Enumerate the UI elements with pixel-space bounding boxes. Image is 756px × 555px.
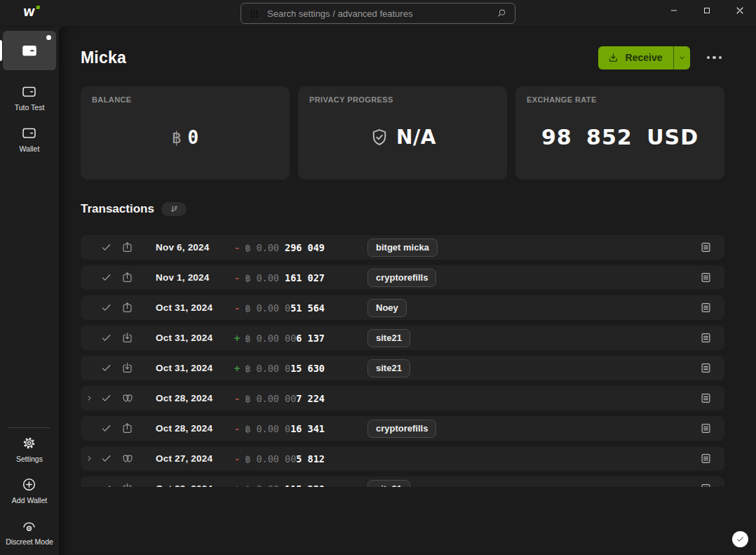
shield-check-icon <box>369 127 390 148</box>
sort-descending-icon <box>169 204 179 214</box>
transaction-details-button[interactable] <box>695 267 716 288</box>
receive-split-button[interactable]: Receive <box>598 46 690 69</box>
transaction-date: Oct 31, 2024 <box>156 302 234 313</box>
amount-sign: - <box>234 423 240 434</box>
details-doc-icon <box>699 392 713 405</box>
close-button[interactable] <box>723 0 756 21</box>
transaction-date: Oct 23, 2024 <box>156 483 234 487</box>
chevron-down-icon <box>677 53 687 62</box>
amount-sign: + <box>234 363 240 374</box>
amount-dim-part: ฿ 0.00 00 <box>245 333 296 344</box>
transaction-row[interactable]: Oct 28, 2024 -฿ 0.00 007 224 <box>81 386 724 410</box>
coinjoin-shields-icon <box>121 452 135 466</box>
transaction-label-chip: site21 <box>367 329 410 347</box>
logo-green-dot <box>36 6 40 9</box>
transaction-label: site21 <box>376 483 402 487</box>
confirmed-slot <box>95 453 116 464</box>
confirmed-check-icon <box>100 241 112 253</box>
details-doc-icon <box>699 301 713 314</box>
transaction-row[interactable]: Nov 1, 2024 -฿ 0.00 161 027 cryptorefill… <box>81 265 724 290</box>
transaction-label: site21 <box>376 363 402 373</box>
transaction-amount: +฿ 0.00 115 230 <box>234 483 367 488</box>
amount-sign: - <box>234 453 240 464</box>
transaction-row[interactable]: Oct 27, 2024 -฿ 0.00 005 812 <box>81 446 724 471</box>
transaction-details-button[interactable] <box>695 297 716 319</box>
transaction-amount: -฿ 0.00 051 564 <box>234 302 367 314</box>
transaction-label-chip: cryptorefills <box>367 420 436 438</box>
type-slot <box>116 482 138 487</box>
transaction-details-button[interactable] <box>695 448 716 469</box>
wallet-label: Tuto Test <box>15 103 45 112</box>
confirmed-check-icon <box>100 392 112 404</box>
receive-dropdown-button[interactable] <box>674 46 690 69</box>
transaction-details-button[interactable] <box>695 328 716 349</box>
search-input[interactable] <box>267 8 488 19</box>
balance-card: BALANCE ฿ 0 <box>81 86 290 180</box>
transaction-row[interactable]: Oct 31, 2024 +฿ 0.00 006 137 site21 <box>81 326 724 350</box>
balance-value: ฿ 0 <box>92 104 278 170</box>
details-doc-icon <box>699 422 713 435</box>
amount-dim-part: ฿ 0.00 0 <box>245 302 290 314</box>
sidebar-item-discreet-mode[interactable]: Discreet Mode <box>6 518 53 546</box>
transaction-label-chip: cryptorefills <box>367 269 436 287</box>
minimize-button[interactable] <box>657 0 690 21</box>
transaction-details-button[interactable] <box>695 418 716 439</box>
transaction-details-button[interactable] <box>695 388 716 409</box>
transaction-amount: -฿ 0.00 007 224 <box>234 393 367 404</box>
transaction-amount: -฿ 0.00 016 341 <box>234 423 367 434</box>
sidebar-item-settings[interactable]: Settings <box>16 435 43 463</box>
logo-glyph: W <box>22 6 35 19</box>
transactions-title: Transactions <box>81 202 154 216</box>
details-doc-icon <box>699 241 713 254</box>
details-doc-icon <box>699 482 713 487</box>
check-icon <box>736 535 745 544</box>
transaction-details-button[interactable] <box>695 479 716 488</box>
confirmed-check-icon <box>100 302 112 314</box>
settings-label: Settings <box>16 455 43 463</box>
bitcoin-symbol: ฿ <box>172 128 182 147</box>
transaction-row[interactable]: Oct 31, 2024 -฿ 0.00 051 564 Noey <box>81 295 724 320</box>
transaction-row[interactable]: Oct 31, 2024 +฿ 0.00 015 630 site21 <box>81 356 724 380</box>
sort-button[interactable] <box>161 202 187 216</box>
sidebar-wallet-selected[interactable] <box>3 31 56 70</box>
transaction-row[interactable]: Oct 28, 2024 -฿ 0.00 016 341 cryptorefil… <box>81 416 724 441</box>
transaction-row[interactable]: Nov 6, 2024 -฿ 0.00 296 049 bitget micka <box>81 235 724 260</box>
receive-icon <box>121 361 134 375</box>
type-slot <box>116 392 138 406</box>
sidebar-wallet-wallet[interactable]: Wallet <box>20 125 40 153</box>
balance-amount: 0 <box>188 127 199 148</box>
type-slot <box>116 241 138 254</box>
maximize-button[interactable] <box>690 0 723 21</box>
transaction-details-button[interactable] <box>695 358 716 379</box>
more-options-button[interactable] <box>704 53 725 62</box>
sidebar-wallet-tuto-test[interactable]: Tuto Test <box>15 83 45 112</box>
expand-slot <box>83 454 95 463</box>
type-slot <box>116 301 138 314</box>
receive-button[interactable]: Receive <box>598 46 673 69</box>
amount-sign: - <box>234 302 240 314</box>
transaction-row[interactable]: Oct 23, 2024 +฿ 0.00 115 230 site21 <box>81 476 724 487</box>
app-window: W Tuto Test <box>0 0 756 555</box>
send-icon <box>121 241 134 254</box>
transaction-details-button[interactable] <box>695 237 716 258</box>
amount-bright-part: 115 230 <box>285 483 325 488</box>
plus-circle-icon <box>21 476 37 493</box>
amount-bright-part: 16 341 <box>290 423 325 434</box>
details-doc-icon <box>699 452 713 465</box>
sidebar-item-add-wallet[interactable]: Add Wallet <box>12 476 47 504</box>
amount-dim-part: ฿ 0.00 <box>245 483 285 488</box>
chevron-right-icon[interactable] <box>85 394 94 403</box>
transaction-amount: +฿ 0.00 006 137 <box>234 333 367 344</box>
search-bar[interactable] <box>241 3 515 24</box>
wallet-title: Micka <box>81 48 126 67</box>
chevron-right-icon[interactable] <box>85 454 94 463</box>
sync-status-badge[interactable] <box>732 531 748 547</box>
amount-dim-part: ฿ 0.00 00 <box>245 453 296 464</box>
receive-icon <box>121 482 134 487</box>
transaction-date: Nov 6, 2024 <box>156 242 234 253</box>
amount-sign: + <box>234 483 240 488</box>
confirmed-check-icon <box>100 422 112 434</box>
more-options-icon <box>707 56 710 60</box>
notification-dot <box>46 35 51 40</box>
grid-icon <box>249 8 259 19</box>
